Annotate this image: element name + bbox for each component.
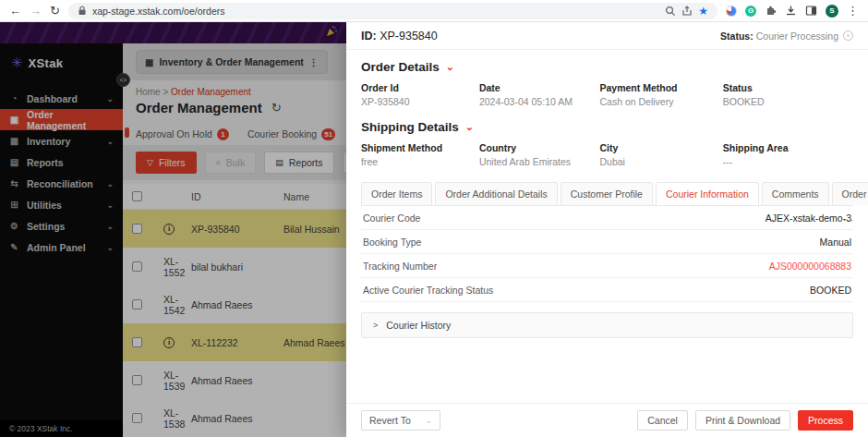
courier-info-row: Booking Type Manual bbox=[361, 230, 853, 254]
status-label: Status: bbox=[720, 30, 753, 42]
detail-field: Status BOOKED bbox=[723, 82, 853, 107]
order-detail-drawer: ID: XP-935840 Status: Courier Processing… bbox=[346, 22, 868, 437]
order-id-label: ID: bbox=[361, 30, 377, 42]
order-details-fields: Order Id XP-935840 Date 2024-03-04 05:10… bbox=[361, 82, 853, 107]
drawer-tab[interactable]: Order Additional Details bbox=[435, 182, 557, 205]
courier-field-label: Courier Code bbox=[363, 212, 420, 224]
lock-icon bbox=[78, 6, 87, 16]
field-label: Payment Method bbox=[599, 82, 722, 93]
drawer-tabs: Order Items Order Additional Details Cus… bbox=[361, 182, 853, 206]
downloads-icon[interactable] bbox=[785, 5, 797, 17]
url-text[interactable]: xap-stage.xstak.com/oe/orders bbox=[92, 6, 659, 17]
shipping-details-fields: Shipment Method free Country United Arab… bbox=[361, 142, 853, 167]
revert-to-select[interactable]: Revert To ⌄ bbox=[361, 410, 440, 431]
browser-menu-icon[interactable]: ⋮ bbox=[847, 5, 859, 17]
field-label: Country bbox=[479, 142, 600, 153]
field-value: --- bbox=[723, 156, 853, 167]
zoom-icon[interactable] bbox=[665, 6, 676, 17]
tabs-more-icon[interactable]: ⋯ bbox=[839, 214, 855, 232]
courier-field-value: AJEX-xstak-demo-3 bbox=[766, 212, 851, 224]
courier-field-value: AJS000000068883 bbox=[769, 261, 851, 272]
detail-field: Payment Method Cash on Delivery bbox=[599, 82, 722, 107]
profile-avatar[interactable]: S bbox=[826, 5, 838, 18]
field-value: 2024-03-04 05:10 AM bbox=[479, 96, 600, 107]
shipping-details-title: Shipping Details bbox=[361, 120, 459, 134]
field-value: free bbox=[361, 156, 479, 167]
drawer-tab[interactable]: Order History bbox=[832, 182, 868, 205]
courier-field-label: Booking Type bbox=[363, 237, 421, 248]
address-bar[interactable]: xap-stage.xstak.com/oe/orders ★ bbox=[68, 3, 717, 19]
field-label: City bbox=[599, 142, 722, 153]
panel-chevron-icon: > bbox=[373, 321, 378, 330]
status-clear-icon[interactable]: × bbox=[843, 30, 853, 41]
field-label: Date bbox=[479, 82, 600, 93]
field-value: United Arab Emirates bbox=[479, 156, 600, 167]
detail-field: Date 2024-03-04 05:10 AM bbox=[479, 82, 600, 107]
browser-chrome: ← → ↻ xap-stage.xstak.com/oe/orders ★ G … bbox=[0, 0, 868, 22]
courier-info-list: Courier Code AJEX-xstak-demo-3 Booking T… bbox=[361, 206, 853, 302]
section-collapse-icon[interactable]: ⌄ bbox=[465, 121, 474, 133]
drawer-body: Order Details ⌄ Order Id XP-935840 Date … bbox=[346, 50, 868, 403]
courier-info-row: Courier Code AJEX-xstak-demo-3 bbox=[361, 206, 853, 230]
courier-history-label: Courier History bbox=[386, 320, 451, 331]
grammarly-icon[interactable]: G bbox=[745, 6, 756, 17]
process-button[interactable]: Process bbox=[798, 410, 853, 431]
status-value: Courier Processing bbox=[756, 30, 838, 42]
drawer-header: ID: XP-935840 Status: Courier Processing… bbox=[346, 22, 868, 50]
drawer-tab[interactable]: Customer Profile bbox=[561, 182, 653, 205]
revert-to-label: Revert To bbox=[369, 415, 411, 426]
field-value: Cash on Delivery bbox=[599, 96, 722, 107]
courier-field-label: Tracking Number bbox=[363, 261, 437, 272]
print-download-button[interactable]: Print & Download bbox=[695, 410, 790, 431]
courier-field-label: Active Courier Tracking Status bbox=[363, 285, 493, 296]
drawer-mask[interactable] bbox=[0, 22, 346, 437]
browser-back-icon[interactable]: ← bbox=[9, 5, 21, 17]
courier-field-value: Manual bbox=[820, 237, 851, 248]
cancel-button[interactable]: Cancel bbox=[637, 410, 688, 431]
share-icon[interactable] bbox=[681, 6, 693, 17]
browser-forward-icon[interactable]: → bbox=[30, 5, 42, 17]
order-id-value: XP-935840 bbox=[380, 30, 438, 42]
field-value: Dubai bbox=[599, 156, 722, 167]
drawer-tab[interactable]: Order Items bbox=[361, 182, 432, 205]
detail-field: Shipment Method free bbox=[361, 142, 479, 167]
drawer-footer: Revert To ⌄ Cancel Print & Download Proc… bbox=[346, 403, 868, 437]
detail-field: City Dubai bbox=[599, 142, 722, 167]
drawer-tab[interactable]: Comments bbox=[762, 182, 829, 205]
detail-field: Shipping Area --- bbox=[723, 142, 853, 167]
field-value: BOOKED bbox=[723, 96, 853, 107]
courier-field-value: BOOKED bbox=[810, 285, 851, 296]
bookmark-star-icon[interactable]: ★ bbox=[698, 5, 708, 18]
field-label: Status bbox=[723, 82, 853, 93]
field-label: Shipment Method bbox=[361, 142, 479, 153]
side-panel-icon[interactable] bbox=[805, 5, 817, 17]
browser-reload-icon[interactable]: ↻ bbox=[50, 5, 60, 17]
select-chevron-icon: ⌄ bbox=[425, 416, 432, 425]
detail-field: Order Id XP-935840 bbox=[361, 82, 479, 107]
field-label: Shipping Area bbox=[723, 142, 853, 153]
field-label: Order Id bbox=[361, 82, 479, 93]
extensions-puzzle-icon[interactable] bbox=[765, 5, 777, 17]
app-window: ✳ XStak ◔ Dashboard ⌄ ▣ Order Management… bbox=[0, 22, 868, 437]
drawer-tab[interactable]: Courier Information bbox=[656, 182, 759, 205]
detail-field: Country United Arab Emirates bbox=[479, 142, 600, 167]
extension-circle-icon[interactable] bbox=[726, 6, 737, 17]
courier-info-row: Tracking Number AJS000000068883 bbox=[361, 254, 853, 278]
courier-history-panel[interactable]: > Courier History bbox=[361, 312, 853, 338]
order-details-title: Order Details bbox=[361, 60, 440, 74]
section-collapse-icon[interactable]: ⌄ bbox=[446, 61, 454, 73]
field-value: XP-935840 bbox=[361, 96, 479, 107]
courier-info-row: Active Courier Tracking Status BOOKED bbox=[361, 278, 853, 302]
